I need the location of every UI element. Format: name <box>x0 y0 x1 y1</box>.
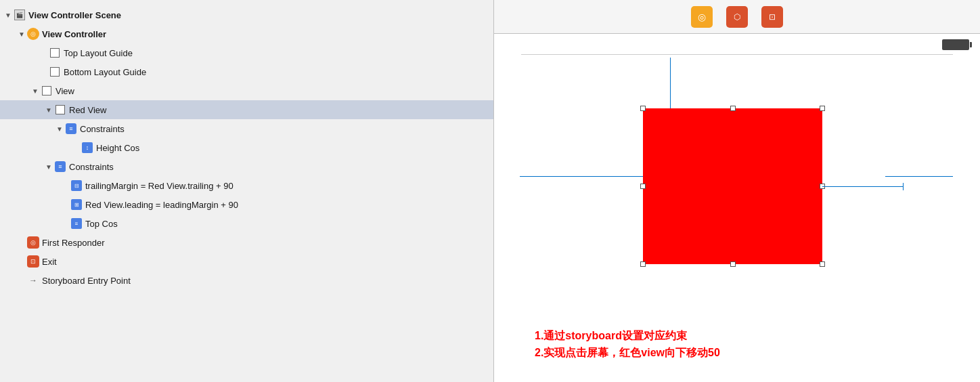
exit-toolbar-icon[interactable]: ⊡ <box>761 6 783 28</box>
vc-label: View Controller <box>42 29 106 39</box>
exit-label: Exit <box>42 257 57 267</box>
handle-tr[interactable] <box>820 106 825 111</box>
top-cos-item[interactable]: ▶ ≡ Top Cos <box>0 214 493 233</box>
first-responder-label: First Responder <box>42 238 104 248</box>
leading-label: Red View.leading = leadingMargin + 90 <box>85 200 238 210</box>
constraint-line-left <box>521 176 643 177</box>
handle-tc[interactable] <box>730 106 736 111</box>
top-layout-icon <box>49 47 61 59</box>
exit-item[interactable]: ▶ ⊡ Exit <box>0 252 493 271</box>
constraint-line-top <box>670 58 671 108</box>
constraints1-arrow <box>54 123 65 134</box>
bottom-layout-icon <box>49 66 61 78</box>
top-border-line <box>521 54 953 55</box>
first-responder-item[interactable]: ▶ ◎ First Responder <box>0 233 493 252</box>
constraint-right-line <box>822 186 904 187</box>
trailing-icon: ⊟ <box>70 179 83 192</box>
view-item[interactable]: View <box>0 81 493 100</box>
vc-icon: ◎ <box>27 28 39 40</box>
constraint-line-left-cap <box>520 176 523 177</box>
vc-toolbar-icon[interactable]: ◎ <box>691 6 713 28</box>
handle-bl[interactable] <box>640 261 646 267</box>
trailing-item[interactable]: ▶ ⊟ trailingMargin = Red View.trailing +… <box>0 176 493 195</box>
constraints1-icon: ≡ <box>65 123 77 135</box>
height-cos-label: Height Cos <box>96 143 139 153</box>
handle-ml[interactable] <box>640 184 646 189</box>
leading-icon: ⊞ <box>70 198 83 211</box>
toolbar: ◎ ⬡ ⊡ <box>494 0 980 34</box>
red-view[interactable] <box>643 108 822 264</box>
entry-point-label: Storyboard Entry Point <box>42 276 131 286</box>
bottom-layout-guide-label: Bottom Layout Guide <box>64 67 146 77</box>
tree-container: 🎬 View Controller Scene ◎ View Controlle… <box>0 0 493 295</box>
view-arrow <box>30 85 41 96</box>
vc-item[interactable]: ◎ View Controller <box>0 24 493 43</box>
canvas-panel: ◎ ⬡ ⊡ <box>494 0 980 382</box>
height-cos-item[interactable]: ▶ ↕ Height Cos <box>0 138 493 157</box>
scene-icon: 🎬 <box>14 9 26 21</box>
scene-arrow <box>3 9 14 20</box>
view-label: View <box>55 86 74 96</box>
leading-item[interactable]: ▶ ⊞ Red View.leading = leadingMargin + 9… <box>0 195 493 214</box>
red-view-arrow <box>43 104 54 115</box>
height-cos-icon: ↕ <box>81 142 93 154</box>
annotation-block: 1.通过storyboard设置对应约束 2.实现点击屏幕，红色view向下移动… <box>535 327 720 362</box>
handle-br[interactable] <box>820 261 825 267</box>
handle-tl[interactable] <box>640 106 646 111</box>
constraints2-label: Constraints <box>69 162 114 172</box>
red-view-item[interactable]: Red View <box>0 100 493 119</box>
trailing-label: trailingMargin = Red View.trailing + 90 <box>85 181 233 191</box>
annotation-line2: 2.实现点击屏幕，红色view向下移动50 <box>535 344 720 362</box>
constraint-line-right <box>885 176 953 177</box>
red-view-wrapper[interactable] <box>643 108 822 264</box>
cube-toolbar-icon[interactable]: ⬡ <box>726 6 748 28</box>
red-view-label: Red View <box>69 105 106 115</box>
constraints2-icon: ≡ <box>54 161 66 173</box>
entry-point-item[interactable]: ▶ → Storyboard Entry Point <box>0 271 493 290</box>
first-responder-icon: ◎ <box>27 236 39 249</box>
top-layout-guide-label: Top Layout Guide <box>64 48 133 58</box>
top-cos-icon: ≡ <box>70 217 83 230</box>
exit-icon: ⊡ <box>27 255 39 268</box>
battery-indicator <box>942 39 969 50</box>
constraints1-item[interactable]: ≡ Constraints <box>0 119 493 138</box>
constraint-right-cap <box>903 183 904 190</box>
entry-point-icon: → <box>27 274 39 286</box>
view-icon <box>41 85 53 97</box>
vc-arrow <box>16 28 27 39</box>
top-cos-label: Top Cos <box>85 219 118 229</box>
scene-item[interactable]: 🎬 View Controller Scene <box>0 5 493 24</box>
scene-label: View Controller Scene <box>28 10 121 20</box>
handle-bc[interactable] <box>730 261 736 267</box>
constraints2-arrow <box>43 161 54 172</box>
canvas-area[interactable]: 1.通过storyboard设置对应约束 2.实现点击屏幕，红色view向下移动… <box>494 34 980 382</box>
top-layout-guide-item[interactable]: ▶ Top Layout Guide <box>0 43 493 62</box>
navigator-panel: 🎬 View Controller Scene ◎ View Controlle… <box>0 0 494 382</box>
constraints2-item[interactable]: ≡ Constraints <box>0 157 493 176</box>
annotation-line1: 1.通过storyboard设置对应约束 <box>535 327 720 345</box>
constraints1-label: Constraints <box>80 124 125 134</box>
bottom-layout-guide-item[interactable]: ▶ Bottom Layout Guide <box>0 62 493 81</box>
red-view-icon <box>54 104 66 116</box>
